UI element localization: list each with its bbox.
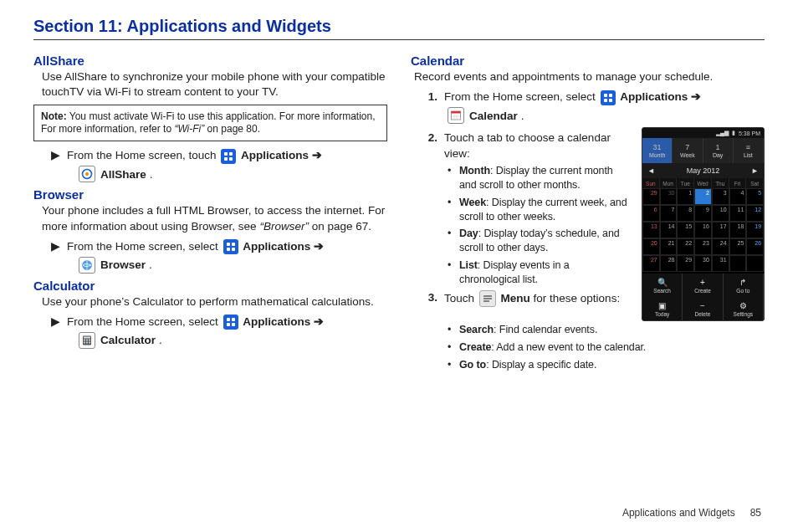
calendar-day-cell[interactable]: 11 [729,205,747,222]
calendar-step-1: 1. From the Home screen, select Applicat… [426,90,765,105]
calendar-day-cell[interactable]: 22 [677,238,694,255]
calendar-day-cell[interactable]: 17 [712,222,729,238]
calendar-step-3: 3. Touch Menu for these options: [426,290,632,307]
calendar-day-cell[interactable]: 31 [712,255,729,272]
phone-time: 5:38 PM [739,130,760,136]
footer-label: Applications and Widgets [622,507,735,519]
browser-body-b: on page 67. [309,220,371,233]
svg-rect-9 [232,248,235,251]
calendar-day-cell[interactable]: 20 [642,238,660,255]
calendar-day-cell[interactable]: 26 [746,238,764,255]
calendar-day-cell[interactable] [729,255,747,272]
phone-tab-day[interactable]: 1Day [703,138,734,163]
calendar-day-cell[interactable]: 23 [694,238,712,255]
page-number: 85 [750,507,761,519]
svg-rect-7 [232,243,235,246]
calendar-day-cell[interactable]: 3 [712,188,729,205]
tab-num: 7 [685,144,689,151]
calendar-day-cell[interactable] [746,255,764,272]
option-desc: : Display a specific date. [486,359,596,371]
search-icon: 🔍 [657,278,668,287]
calendar-day-cell[interactable]: 7 [660,205,678,222]
browser-step-lead: From the Home screen, select [67,240,222,253]
calendar-day-cell[interactable]: 6 [642,205,660,222]
phone-tab-week[interactable]: 7Week [673,138,703,163]
calendar-day-cell[interactable]: 28 [660,255,678,272]
phone-tab-list[interactable]: ≡List [734,138,764,163]
calendar-day-cell[interactable]: 5 [746,188,764,205]
calendar-day-cell[interactable]: 1 [677,188,694,205]
svg-rect-24 [609,94,612,97]
browser-ref: “Browser” [259,220,309,233]
dow: Tue [677,178,694,188]
calendar-day-cell[interactable]: 14 [660,222,678,238]
phone-action-delete[interactable]: −Delete [683,297,723,320]
svg-rect-19 [89,339,90,340]
svg-rect-21 [86,341,88,343]
calendar-day-cell[interactable]: 12 [746,205,764,222]
allshare-step: ▶ From the Home screen, touch Applicatio… [49,148,387,164]
browser-app-label: Browser [100,258,146,271]
option-name: Go to [459,359,486,371]
apps-label: Applications [243,315,310,328]
prev-month-icon[interactable]: ◄ [647,166,655,175]
calendar-day-cell[interactable]: 2 [694,188,712,205]
calendar-day-cell[interactable]: 21 [660,238,678,255]
calendar-day-cell[interactable]: 8 [677,205,694,222]
phone-action-settings[interactable]: ⚙Settings [724,297,764,320]
calendar-day-cell[interactable]: 10 [712,205,729,222]
applications-icon [223,315,238,330]
triangle-bullet-icon: ▶ [49,239,60,255]
arrow-icon: ➔ [314,240,324,253]
goto-icon: ↱ [739,278,746,287]
calendar-day-cell[interactable]: 25 [729,238,747,255]
calendar-day-cell[interactable]: 29 [677,255,694,272]
calendar-day-cell[interactable]: 30 [694,255,712,272]
phone-action-create[interactable]: +Create [683,274,723,297]
calendar-day-cell[interactable]: 16 [694,222,712,238]
action-label: Create [694,288,711,294]
calendar-day-cell[interactable]: 18 [729,222,747,238]
svg-rect-28 [452,111,461,114]
apps-label: Applications [241,149,309,161]
calendar-day-cell[interactable]: 15 [677,222,694,238]
calendar-day-cell[interactable]: 13 [642,222,660,238]
option-name: Search [459,324,494,335]
arrow-icon: ➔ [314,315,324,328]
svg-rect-22 [89,341,90,343]
calendar-day-cell[interactable]: 27 [642,255,660,272]
tab-label: Month [649,152,665,158]
svg-rect-26 [609,99,612,102]
svg-point-5 [85,172,89,176]
calendar-day-cell[interactable]: 30 [660,188,678,205]
signal-icon: ▂▄▆ [716,130,729,136]
arrow-icon: ➔ [312,149,322,161]
phone-action-goto[interactable]: ↱Go to [724,274,764,297]
phone-tab-month[interactable]: 31Month [642,138,673,163]
section-title: Section 11: Applications and Widgets [33,17,765,36]
calendar-day-cell[interactable]: 4 [729,188,747,205]
calculator-icon [79,332,95,349]
view-name: Month [459,165,490,176]
left-column: AllShare Use AllShare to synchronize you… [33,49,387,376]
calendar-day-cell[interactable]: 19 [746,222,764,238]
apps-label: Applications [620,90,688,103]
plus-icon: + [700,278,705,287]
phone-month-bar: ◄ May 2012 ► [642,163,764,178]
svg-rect-11 [227,318,230,321]
calendar-day-cell[interactable]: 24 [712,238,729,255]
view-name: Day [459,228,478,239]
step-number: 1. [426,90,437,105]
applications-icon [223,239,238,254]
phone-action-search[interactable]: 🔍Search [642,274,683,297]
tab-num: 1 [716,144,720,151]
dow: Mon [660,178,678,188]
triangle-bullet-icon: ▶ [49,148,60,164]
calendar-day-cell[interactable]: 29 [642,188,660,205]
phone-action-today[interactable]: ▣Today [642,297,683,320]
calendar-day-cell[interactable]: 9 [694,205,712,222]
option-name: Create [459,341,491,353]
phone-days-of-week: Sun Mon Tue Wed Thu Fri Sat [642,178,764,188]
action-label: Today [655,311,669,317]
next-month-icon[interactable]: ► [751,166,759,175]
